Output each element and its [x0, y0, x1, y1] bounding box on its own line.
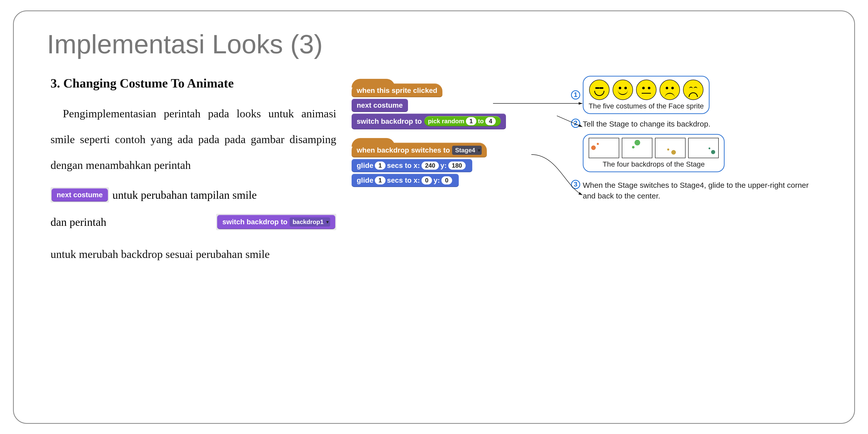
- backdrop-2-icon: [622, 138, 652, 158]
- when-backdrop-switches-pre: when backdrop switches to: [357, 146, 450, 154]
- glide2-x: 0: [422, 176, 432, 184]
- glide1-pre: glide: [357, 161, 373, 170]
- glide-block-2: glide 1 secs to x: 0 y: 0: [351, 174, 459, 187]
- paragraph-2-suffix: untuk perubahan tampilan smile: [113, 189, 257, 202]
- face-cry-icon: [683, 80, 704, 100]
- next-costume-block-label: next costume: [357, 101, 403, 110]
- annotation-1: 1 The five costumes of the Face sprite: [571, 76, 817, 114]
- face-laugh-icon: [589, 80, 610, 100]
- paragraph-4: untuk merubah backdrop sesuai perubahan …: [51, 241, 336, 267]
- next-costume-block: next costume: [351, 99, 408, 112]
- script-2: when backdrop switches to Stage4 glide 1…: [351, 143, 561, 188]
- pick-random-from: 1: [466, 117, 476, 125]
- glide2-secs: 1: [375, 176, 385, 184]
- when-backdrop-switches-block: when backdrop switches to Stage4: [351, 143, 487, 157]
- glide2-mid: secs to x:: [387, 176, 420, 184]
- backdrop-4-icon: [688, 138, 719, 158]
- faces-row: [589, 80, 704, 100]
- left-column: 3. Changing Costume To Animate Pengimple…: [51, 76, 336, 268]
- when-sprite-clicked-block: when this sprite clicked: [351, 84, 442, 97]
- annotation-3-text: When the Stage switches to Stage4, glide…: [583, 180, 817, 201]
- backdrops-wrap: The four backdrops of the Stage: [583, 134, 817, 172]
- glide1-secs: 1: [375, 161, 385, 170]
- next-costume-label: next costume: [57, 191, 103, 199]
- switch-backdrop-dropdown: backdrop1: [289, 217, 330, 226]
- annotations-column: 1 The five costumes of the Face sprite: [571, 76, 817, 268]
- backdrop-1-icon: [589, 138, 619, 158]
- slide-title: Implementasi Looks (3): [47, 29, 824, 59]
- right-column: when this sprite clicked next costume sw…: [351, 76, 817, 268]
- content-area: 3. Changing Costume To Animate Pengimple…: [44, 76, 824, 268]
- pick-random-to: 4: [485, 117, 496, 125]
- glide1-mid: secs to x:: [387, 161, 420, 170]
- glide1-mid2: y:: [440, 161, 447, 170]
- face-neutral-icon: [636, 80, 656, 100]
- backdrops-callout: The four backdrops of the Stage: [583, 134, 724, 172]
- subheading: 3. Changing Costume To Animate: [51, 76, 336, 91]
- switch-backdrop-block-inline: switch backdrop to backdrop1: [217, 215, 335, 229]
- pick-random-mid: to: [478, 118, 484, 125]
- badge-1: 1: [571, 90, 580, 99]
- inline-switch-backdrop-wrap: switch backdrop to backdrop1: [216, 214, 336, 230]
- badge-3: 3: [571, 180, 580, 189]
- annotation-2-text: Tell the Stage to change its backdrop.: [583, 119, 817, 129]
- inline-block-row-2: dan perintah switch backdrop to backdrop…: [51, 214, 336, 230]
- inline-block-row-1: next costume untuk perubahan tampilan sm…: [51, 187, 336, 203]
- backdrops-caption: The four backdrops of the Stage: [603, 160, 705, 168]
- annotation-2: 2 Tell the Stage to change its backdrop.: [571, 119, 817, 129]
- pick-random-block: pick random 1 to 4: [424, 116, 501, 126]
- face-sad-icon: [659, 80, 680, 100]
- pick-random-pre: pick random: [428, 118, 464, 125]
- inline-next-costume-wrap: next costume: [51, 187, 109, 203]
- switch-backdrop-label: switch backdrop to: [222, 218, 287, 226]
- backdrop-3-icon: [655, 138, 686, 158]
- glide2-pre: glide: [357, 176, 373, 184]
- faces-caption: The five costumes of the Face sprite: [589, 102, 704, 110]
- glide2-mid2: y:: [433, 176, 440, 184]
- annotation-3: 3 When the Stage switches to Stage4, gli…: [571, 180, 817, 201]
- slide-frame: Implementasi Looks (3) 3. Changing Costu…: [13, 10, 855, 424]
- badge-2: 2: [571, 119, 580, 128]
- blocks-column: when this sprite clicked next costume sw…: [351, 76, 561, 268]
- paragraph-3-prefix: dan perintah: [51, 216, 106, 228]
- when-backdrop-switches-val: Stage4: [452, 146, 482, 155]
- glide2-y: 0: [441, 176, 452, 184]
- glide1-x: 240: [422, 161, 439, 170]
- face-happy-icon: [613, 80, 633, 100]
- when-sprite-clicked-label: when this sprite clicked: [357, 87, 437, 95]
- paragraph-1-text: Pengimplementasian perintah pada looks u…: [51, 101, 336, 178]
- switch-backdrop-random-block: switch backdrop to pick random 1 to 4: [351, 114, 506, 129]
- glide-block-1: glide 1 secs to x: 240 y: 180: [351, 159, 472, 172]
- glide1-y: 180: [448, 161, 466, 170]
- next-costume-block-inline: next costume: [52, 188, 108, 202]
- switch-backdrop-pre: switch backdrop to: [357, 117, 422, 126]
- paragraph-1: Pengimplementasian perintah pada looks u…: [51, 101, 336, 178]
- backdrops-row: [589, 138, 719, 158]
- script-1: when this sprite clicked next costume sw…: [351, 84, 561, 130]
- faces-callout: The five costumes of the Face sprite: [583, 76, 710, 114]
